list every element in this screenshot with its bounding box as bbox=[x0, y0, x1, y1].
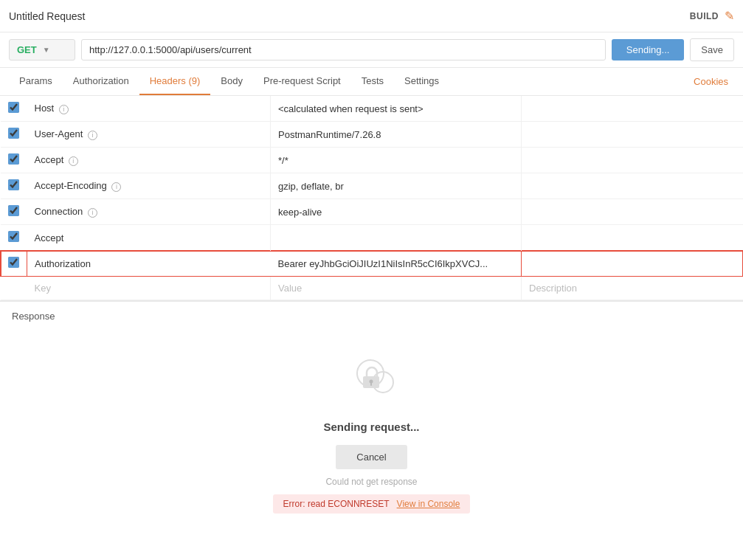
info-icon[interactable]: i bbox=[88, 131, 97, 140]
info-icon[interactable]: i bbox=[111, 182, 121, 192]
table-row: Accept-Encoding i gzip, deflate, br bbox=[1, 173, 743, 199]
sending-icon bbox=[342, 357, 401, 409]
row-description bbox=[522, 173, 743, 199]
response-body: Sending request... Cancel Could not get … bbox=[12, 328, 731, 528]
row-key: User-Agent i bbox=[27, 122, 271, 148]
info-icon[interactable]: i bbox=[59, 105, 69, 114]
sending-text: Sending request... bbox=[323, 421, 419, 433]
method-chevron-icon: ▼ bbox=[43, 46, 50, 54]
url-input[interactable] bbox=[81, 39, 606, 61]
method-label: GET bbox=[17, 44, 37, 55]
table-row: Connection i keep-alive bbox=[1, 199, 743, 225]
response-section: Response Sending request... Cancel Could… bbox=[0, 301, 743, 534]
table-row: User-Agent i PostmanRuntime/7.26.8 bbox=[1, 122, 743, 148]
row-key: Host i bbox=[27, 96, 271, 122]
row-checkbox[interactable] bbox=[8, 102, 19, 113]
tab-headers[interactable]: Headers (9) bbox=[139, 68, 211, 95]
cancel-button[interactable]: Cancel bbox=[336, 445, 407, 469]
row-value bbox=[271, 225, 522, 251]
error-text: Error: read ECONNRESET bbox=[283, 499, 390, 509]
edit-icon[interactable]: ✎ bbox=[725, 9, 734, 23]
tab-params[interactable]: Params bbox=[9, 68, 63, 95]
top-bar: Untitled Request BUILD ✎ bbox=[0, 0, 743, 32]
page-title: Untitled Request bbox=[9, 10, 86, 22]
tab-authorization[interactable]: Authorization bbox=[63, 68, 139, 95]
row-checkbox[interactable] bbox=[8, 205, 19, 216]
send-button[interactable]: Sending... bbox=[612, 39, 685, 61]
new-value-input[interactable]: Value bbox=[271, 277, 522, 300]
no-response-text: Could not get response bbox=[325, 477, 417, 487]
row-description bbox=[522, 96, 743, 122]
row-value: <calculated when request is sent> bbox=[271, 96, 522, 122]
view-console-link[interactable]: View in Console bbox=[397, 499, 460, 509]
row-key: Accept i bbox=[27, 148, 271, 173]
row-description bbox=[522, 122, 743, 148]
row-value: */* bbox=[271, 148, 522, 173]
row-checkbox[interactable] bbox=[8, 231, 19, 242]
row-checkbox[interactable] bbox=[8, 179, 19, 190]
build-label: BUILD bbox=[690, 11, 719, 21]
table-row: Accept bbox=[1, 225, 743, 251]
tab-pre-request-script[interactable]: Pre-request Script bbox=[253, 68, 351, 95]
new-key-input[interactable]: Key bbox=[27, 277, 271, 300]
row-value: keep-alive bbox=[271, 199, 522, 225]
new-row: Key Value Description bbox=[1, 277, 743, 300]
row-checkbox[interactable] bbox=[8, 257, 19, 268]
info-icon[interactable]: i bbox=[88, 208, 97, 218]
tab-settings[interactable]: Settings bbox=[394, 68, 449, 95]
row-key: Accept-Encoding i bbox=[27, 173, 271, 199]
row-key: Authorization bbox=[27, 251, 271, 277]
response-label: Response bbox=[12, 311, 731, 322]
method-select[interactable]: GET ▼ bbox=[9, 39, 75, 61]
save-button[interactable]: Save bbox=[690, 38, 734, 61]
table-row: Accept i */* bbox=[1, 148, 743, 173]
row-value: gzip, deflate, br bbox=[271, 173, 522, 199]
row-key: Accept bbox=[27, 225, 271, 251]
row-checkbox-col[interactable] bbox=[1, 96, 27, 122]
top-bar-actions: BUILD ✎ bbox=[690, 9, 734, 23]
row-description bbox=[522, 251, 743, 277]
url-bar: GET ▼ Sending... Save bbox=[0, 32, 743, 68]
headers-table: Host i <calculated when request is sent>… bbox=[0, 96, 743, 300]
error-bar: Error: read ECONNRESET View in Console bbox=[273, 494, 471, 514]
cookies-tab[interactable]: Cookies bbox=[688, 69, 734, 94]
tab-body[interactable]: Body bbox=[210, 68, 253, 95]
sending-illustration bbox=[342, 357, 401, 405]
row-description bbox=[522, 225, 743, 251]
row-value: Bearer eyJhbGciOiJIUzI1NiIsInR5cCI6IkpXV… bbox=[271, 251, 522, 277]
tabs-bar: Params Authorization Headers (9) Body Pr… bbox=[0, 68, 743, 96]
headers-badge: (9) bbox=[188, 75, 200, 86]
authorization-row: Authorization Bearer eyJhbGciOiJIUzI1NiI… bbox=[1, 251, 743, 277]
info-icon[interactable]: i bbox=[69, 156, 78, 166]
new-description-input[interactable]: Description bbox=[522, 277, 743, 300]
headers-section: Host i <calculated when request is sent>… bbox=[0, 96, 743, 301]
row-checkbox[interactable] bbox=[8, 128, 19, 139]
row-value: PostmanRuntime/7.26.8 bbox=[271, 122, 522, 148]
tab-tests[interactable]: Tests bbox=[351, 68, 394, 95]
row-checkbox[interactable] bbox=[8, 153, 19, 165]
row-key: Connection i bbox=[27, 199, 271, 225]
table-row: Host i <calculated when request is sent> bbox=[1, 96, 743, 122]
row-description bbox=[522, 148, 743, 173]
row-description bbox=[522, 199, 743, 225]
